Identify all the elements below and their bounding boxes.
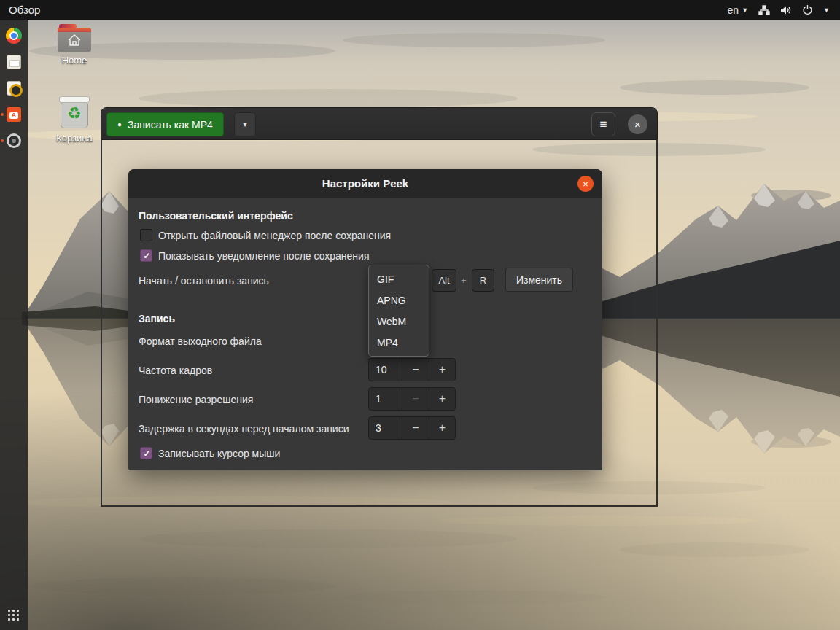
checkbox-capture-cursor[interactable]: Записывать курсор мыши — [140, 447, 280, 459]
checkbox-unchecked-icon[interactable] — [140, 229, 152, 241]
show-applications-button[interactable] — [8, 610, 20, 621]
framerate-label: Частота кадров — [139, 365, 212, 376]
downsample-spinner[interactable]: 1 − + — [368, 387, 456, 411]
format-dropdown-popup: GIF APNG WebM MP4 — [368, 265, 429, 357]
running-indicator — [1, 113, 4, 116]
format-option-webm[interactable]: WebM — [369, 311, 429, 332]
top-bar: Обзор en ▼ ▼ — [0, 0, 840, 20]
checkbox-checked-icon[interactable] — [140, 447, 152, 459]
trash-icon: ♻ — [58, 95, 90, 130]
keyboard-layout-label: en — [728, 4, 739, 16]
format-label: Формат выходного файла — [139, 335, 262, 347]
peek-titlebar[interactable]: ● Записать как MP4 ▾ ≡ × — [101, 107, 658, 140]
chevron-down-icon[interactable]: ▼ — [823, 7, 830, 14]
home-folder-icon — [58, 24, 91, 52]
key-r-chip: R — [472, 269, 494, 292]
dock-item-files[interactable] — [6, 54, 22, 70]
downsample-value[interactable]: 1 — [369, 388, 402, 410]
system-tray[interactable]: en ▼ ▼ — [728, 4, 840, 16]
dock — [0, 20, 28, 630]
shortcut-label: Начать / остановить запись — [139, 275, 269, 287]
delay-spinner[interactable]: 3 − + — [368, 416, 456, 440]
format-option-apng[interactable]: APNG — [369, 290, 429, 311]
delay-value[interactable]: 3 — [369, 417, 402, 439]
dock-item-ubuntu-software[interactable] — [6, 106, 22, 122]
volume-icon[interactable] — [780, 5, 792, 15]
menu-button[interactable]: ≡ — [591, 112, 615, 136]
plus-separator: + — [461, 275, 467, 286]
keyboard-layout-indicator[interactable]: en ▼ — [728, 4, 749, 16]
peek-icon — [7, 133, 21, 148]
plus-icon[interactable]: + — [429, 388, 455, 410]
key-alt-chip: Alt — [432, 269, 456, 292]
desktop-icon-trash[interactable]: ♻ Корзина — [51, 95, 98, 144]
rhythmbox-icon — [7, 81, 21, 96]
network-icon[interactable] — [758, 5, 770, 15]
record-button-label: Записать как MP4 — [128, 119, 213, 131]
key-label: R — [480, 275, 486, 286]
record-button[interactable]: ● Записать как MP4 — [106, 112, 224, 136]
plus-icon[interactable]: + — [429, 417, 455, 439]
dialog-title: Настройки Peek — [128, 177, 602, 190]
section-record: Запись — [139, 313, 175, 324]
chevron-down-icon: ▾ — [243, 120, 247, 129]
close-icon: × — [583, 179, 588, 190]
record-format-dropdown-button[interactable]: ▾ — [234, 112, 256, 136]
hamburger-icon: ≡ — [600, 117, 607, 132]
framerate-value[interactable]: 10 — [369, 359, 402, 381]
desktop-icon-home[interactable]: Home — [51, 24, 98, 66]
minus-icon: − — [402, 388, 428, 410]
chevron-down-icon: ▼ — [742, 7, 748, 14]
activities-button[interactable]: Обзор — [0, 4, 40, 16]
checkbox-label: Открыть файловый менеджер после сохранен… — [158, 230, 391, 241]
record-dot-icon: ● — [117, 121, 122, 128]
change-shortcut-button[interactable]: Изменить — [505, 268, 573, 292]
delay-label: Задержка в секундах перед началом записи — [139, 423, 349, 435]
format-option-mp4[interactable]: MP4 — [369, 332, 429, 354]
change-button-label: Изменить — [516, 274, 562, 286]
desktop-icon-label: Корзина — [56, 133, 93, 144]
ubuntu-software-icon — [7, 107, 21, 122]
format-option-gif[interactable]: GIF — [369, 269, 429, 290]
desktop-icon-label: Home — [62, 55, 88, 66]
minus-icon[interactable]: − — [402, 417, 428, 439]
checkbox-show-notification[interactable]: Показывать уведомление после сохранения — [140, 249, 370, 262]
peek-preferences-dialog: Настройки Peek × Пользовательский интерф… — [128, 169, 602, 470]
downsample-label: Понижение разрешения — [139, 394, 253, 405]
section-interface: Пользовательский интерфейс — [139, 210, 293, 222]
close-icon: × — [634, 118, 641, 131]
checkbox-label: Записывать курсор мыши — [158, 448, 280, 459]
key-label: Alt — [438, 275, 449, 286]
dock-item-rhythmbox[interactable] — [6, 80, 22, 96]
files-icon — [7, 55, 21, 69]
power-icon[interactable] — [802, 4, 813, 15]
plus-icon[interactable]: + — [429, 359, 455, 381]
checkbox-checked-icon[interactable] — [140, 249, 152, 262]
dock-item-chrome[interactable] — [6, 28, 22, 44]
peek-close-button[interactable]: × — [628, 114, 648, 134]
chrome-icon — [6, 28, 22, 44]
framerate-spinner[interactable]: 10 − + — [368, 358, 456, 381]
minus-icon[interactable]: − — [402, 359, 428, 381]
running-indicator — [1, 139, 4, 142]
checkbox-open-file-manager[interactable]: Открыть файловый менеджер после сохранен… — [140, 229, 391, 241]
dialog-close-button[interactable]: × — [578, 176, 594, 192]
dock-item-peek[interactable] — [6, 133, 22, 149]
dialog-header[interactable]: Настройки Peek × — [128, 169, 602, 198]
checkbox-label: Показывать уведомление после сохранения — [158, 250, 370, 262]
